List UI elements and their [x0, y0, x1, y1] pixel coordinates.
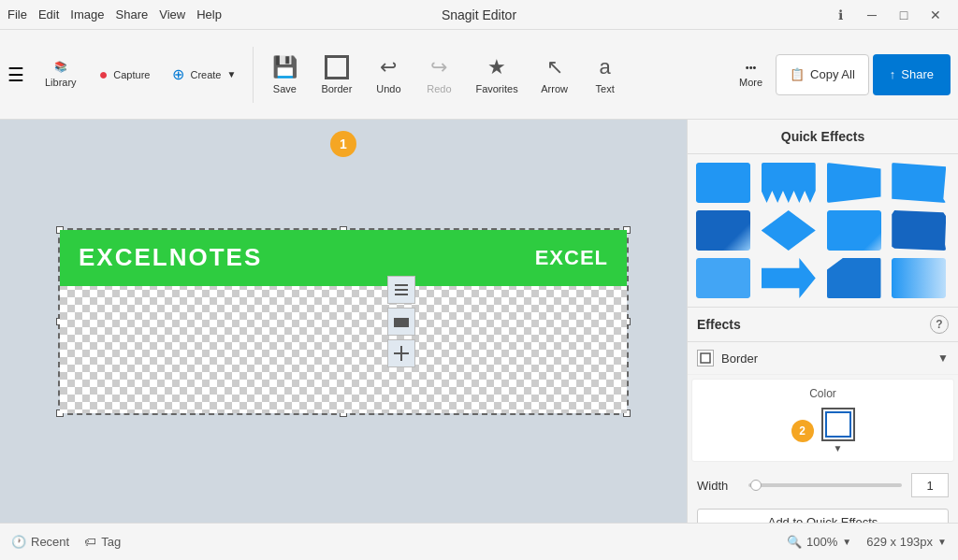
menu-view[interactable]: View: [159, 7, 185, 22]
border-checkbox[interactable]: [697, 350, 714, 366]
app-title: Snagit Editor: [442, 7, 516, 22]
qe-rect[interactable]: [695, 162, 751, 204]
save-icon: 💾: [272, 55, 298, 79]
qe-shadow[interactable]: [826, 209, 882, 251]
width-row: Width 1: [688, 466, 958, 505]
library-icon: 📚: [54, 61, 67, 73]
border-effect-row: Border ▼: [688, 342, 958, 375]
right-panel: Quick Effects Effects ? Border ▼: [687, 120, 958, 523]
menu-edit[interactable]: Edit: [38, 7, 59, 22]
width-slider[interactable]: [748, 483, 902, 487]
step-2-badge: 2: [791, 420, 814, 442]
qe-torn[interactable]: [761, 162, 817, 204]
main-content: 1 EXCELNOTES EXCEL: [0, 120, 958, 523]
menu-file[interactable]: File: [7, 7, 27, 22]
canvas-inner: EXCELNOTES EXCEL: [60, 230, 627, 413]
info-button[interactable]: ℹ: [825, 2, 855, 28]
menu-image[interactable]: Image: [70, 7, 104, 22]
border-label: Border: [721, 352, 930, 366]
width-value[interactable]: 1: [911, 473, 949, 497]
window-controls: ℹ ─ □ ✕: [825, 2, 951, 28]
clock-icon: 🕐: [11, 535, 26, 549]
color-section: Color 2 ▼: [691, 379, 954, 462]
share-icon: ↑: [890, 67, 896, 81]
favorites-button[interactable]: ★ Favorites: [466, 37, 527, 112]
create-plus-icon: ⊕: [172, 65, 184, 83]
canvas-area: 1 EXCELNOTES EXCEL: [0, 120, 687, 523]
border-dropdown-arrow-icon[interactable]: ▼: [937, 352, 949, 365]
more-dots-icon: •••: [746, 62, 757, 73]
status-bar: 🕐 Recent 🏷 Tag 🔍 100% ▼ 629 x 193px ▼: [0, 523, 958, 560]
dimensions-status-item[interactable]: 629 x 193px ▼: [866, 535, 947, 549]
tag-icon: 🏷: [84, 535, 96, 549]
favorites-icon: ★: [487, 55, 506, 79]
qe-flag[interactable]: [826, 162, 882, 204]
create-button[interactable]: ⊕ Create ▼: [163, 37, 245, 112]
swatch-dropdown-icon[interactable]: ▼: [834, 443, 843, 453]
image-canvas[interactable]: EXCELNOTES EXCEL: [58, 228, 629, 415]
menu-help[interactable]: Help: [196, 7, 222, 22]
search-status-item[interactable]: 🔍 100% ▼: [787, 535, 851, 549]
quick-effects-grid: [688, 154, 958, 307]
qe-tab[interactable]: [826, 257, 882, 299]
capture-button[interactable]: ● Capture: [90, 37, 160, 112]
qe-blur[interactable]: [891, 257, 947, 299]
svg-rect-0: [394, 318, 409, 327]
zoom-label: 100%: [806, 535, 837, 549]
hamburger-menu-icon[interactable]: ☰: [7, 64, 24, 86]
qe-diamond[interactable]: [761, 209, 817, 251]
arrow-icon: ↖: [546, 55, 563, 79]
side-panel-item-3[interactable]: [387, 339, 415, 367]
side-panel-item-1[interactable]: [387, 276, 415, 304]
copy-icon: 📋: [790, 67, 805, 81]
redo-icon: ↪: [430, 55, 447, 79]
recent-status-item[interactable]: 🕐 Recent: [11, 535, 69, 549]
quick-effects-header: Quick Effects: [688, 120, 958, 154]
effects-header: Effects ?: [688, 307, 958, 342]
zoom-dropdown-icon: ▼: [842, 537, 851, 547]
copy-all-button[interactable]: 📋 Copy All: [776, 54, 869, 95]
recent-label: Recent: [31, 535, 69, 549]
qe-rough[interactable]: [891, 209, 947, 251]
text-icon: a: [600, 55, 611, 79]
undo-button[interactable]: ↩ Undo: [365, 37, 412, 112]
share-button[interactable]: ↑ Share: [873, 54, 951, 95]
close-button[interactable]: ✕: [921, 2, 951, 28]
redo-button[interactable]: ↪ Redo: [415, 37, 462, 112]
effects-label: Effects: [697, 317, 741, 332]
qe-fold[interactable]: [695, 209, 751, 251]
border-icon: [325, 55, 349, 79]
dimensions-dropdown-icon: ▼: [937, 537, 947, 547]
create-dropdown-icon: ▼: [226, 69, 236, 79]
qe-arrow-r[interactable]: [761, 257, 817, 299]
tag-status-item[interactable]: 🏷 Tag: [84, 535, 121, 549]
width-label: Width: [697, 479, 739, 493]
text-button[interactable]: a Text: [582, 37, 629, 112]
help-icon[interactable]: ?: [930, 315, 949, 334]
more-button[interactable]: ••• More: [730, 37, 772, 112]
border-button[interactable]: Border: [312, 37, 361, 112]
arrow-button[interactable]: ↖ Arrow: [531, 37, 578, 112]
minimize-button[interactable]: ─: [857, 2, 887, 28]
qe-wave[interactable]: [891, 162, 947, 204]
dimensions-label: 629 x 193px: [866, 535, 933, 549]
color-swatch-inner: [825, 411, 851, 438]
width-slider-thumb[interactable]: [750, 480, 762, 491]
toolbar: ☰ 📚 Library ● Capture ⊕ Create ▼ 💾 Save …: [0, 30, 958, 120]
side-panel-icon-2: [392, 312, 411, 331]
checkbox-icon: [700, 352, 711, 364]
title-bar: File Edit Image Share View Help Snagit E…: [0, 0, 958, 30]
banner-text-left: EXCELNOTES: [79, 243, 262, 272]
capture-icon: ●: [99, 66, 109, 83]
color-label: Color: [702, 387, 944, 400]
side-panel-item-2[interactable]: [387, 308, 415, 336]
add-to-quick-effects-button[interactable]: Add to Quick Effects: [697, 509, 949, 523]
qe-blue-lt[interactable]: [695, 257, 751, 299]
library-button[interactable]: 📚 Library: [36, 37, 86, 112]
maximize-button[interactable]: □: [889, 2, 919, 28]
tag-label: Tag: [101, 535, 121, 549]
color-swatch[interactable]: [821, 408, 855, 441]
status-right: 🔍 100% ▼ 629 x 193px ▼: [787, 535, 947, 549]
menu-share[interactable]: Share: [116, 7, 149, 22]
save-button[interactable]: 💾 Save: [261, 37, 308, 112]
